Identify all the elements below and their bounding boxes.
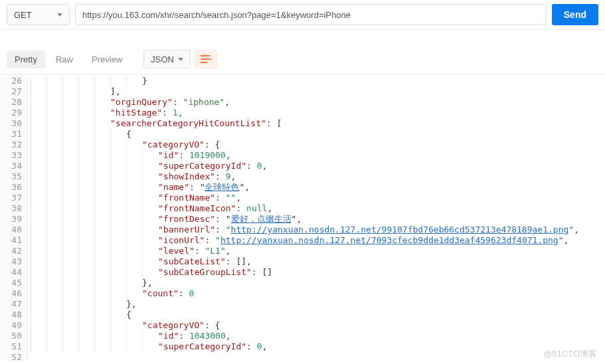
line-number: 43 — [0, 256, 22, 267]
line-number: 44 — [0, 267, 22, 278]
line-number: 35 — [0, 171, 22, 182]
line-number: 51 — [0, 341, 22, 352]
line-number: 29 — [0, 108, 22, 118]
send-button[interactable]: Send — [552, 4, 598, 25]
code-line: "id": 1019000, — [31, 150, 605, 161]
url-input[interactable] — [75, 4, 547, 25]
code-line: "searcherCategoryHitCountList": [ — [31, 118, 605, 129]
response-tabs: Pretty Raw Preview JSON — [0, 43, 605, 74]
chevron-down-icon — [178, 58, 183, 61]
line-number: 48 — [0, 310, 22, 320]
line-number: 32 — [0, 139, 22, 150]
line-number: 27 — [0, 86, 22, 97]
code-line: } — [31, 76, 605, 86]
line-number: 31 — [0, 129, 22, 139]
line-number: 45 — [0, 278, 22, 288]
wrap-lines-icon — [201, 55, 211, 63]
code-line: "bannerUrl": "http://yanxuan.nosdn.127.n… — [31, 225, 605, 235]
code-line: "superCategoryId": 0, — [31, 341, 605, 352]
code-line: ], — [31, 86, 605, 97]
method-value: GET — [14, 10, 32, 20]
line-number: 40 — [0, 225, 22, 235]
code-line: "frontDesc": "爱好，点缀生活", — [31, 214, 605, 225]
line-number: 50 — [0, 331, 22, 341]
line-number: 34 — [0, 161, 22, 171]
code-line: }, — [31, 278, 605, 288]
code-content[interactable]: }],"orginQuery": "iphone","hitStage": 1,… — [28, 74, 605, 361]
line-gutter: 2627282930313233343536373839404142434445… — [0, 74, 28, 361]
code-line: { — [31, 129, 605, 139]
code-line: "superCategoryId": 0, — [31, 161, 605, 171]
line-number: 41 — [0, 235, 22, 246]
line-number: 30 — [0, 118, 22, 129]
format-value: JSON — [151, 54, 174, 64]
line-number: 33 — [0, 150, 22, 161]
chevron-down-icon — [57, 13, 62, 17]
code-line: "hitStage": 1, — [31, 108, 605, 118]
tab-preview[interactable]: Preview — [84, 50, 130, 68]
tab-pretty[interactable]: Pretty — [7, 50, 45, 68]
code-line: }, — [31, 299, 605, 310]
format-select[interactable]: JSON — [143, 50, 191, 68]
code-line: "id": 1043000, — [31, 331, 605, 341]
line-number: 42 — [0, 246, 22, 256]
code-line: "categoryVO": { — [31, 320, 605, 331]
code-line: "count": 0 — [31, 288, 605, 299]
code-line: "subCateList": [], — [31, 256, 605, 267]
line-number: 26 — [0, 76, 22, 86]
code-line: "level": "L1", — [31, 246, 605, 256]
line-number: 52 — [0, 352, 22, 361]
code-line: "orginQuery": "iphone", — [31, 97, 605, 108]
line-number: 36 — [0, 182, 22, 193]
tab-raw[interactable]: Raw — [48, 50, 81, 68]
code-line: "name": "全球特色", — [31, 182, 605, 193]
code-line: "frontName": "", — [31, 193, 605, 203]
code-line: { — [31, 310, 605, 320]
request-bar: GET Send — [0, 0, 605, 30]
wrap-lines-button[interactable] — [195, 50, 217, 68]
code-line: "subCateGroupList": [] — [31, 267, 605, 278]
response-body: 2627282930313233343536373839404142434445… — [0, 74, 605, 361]
code-line: "frontNameIcon": null, — [31, 203, 605, 214]
line-number: 39 — [0, 214, 22, 225]
line-number: 47 — [0, 299, 22, 310]
format-group: JSON — [143, 50, 217, 68]
line-number: 46 — [0, 288, 22, 299]
line-number: 38 — [0, 203, 22, 214]
line-number: 49 — [0, 320, 22, 331]
code-line: "categoryVO": { — [31, 139, 605, 150]
code-line: "iconUrl": "http://yanxuan.nosdn.127.net… — [31, 235, 605, 246]
method-select[interactable]: GET — [7, 4, 70, 25]
line-number: 28 — [0, 97, 22, 108]
line-number: 37 — [0, 193, 22, 203]
code-line: "showIndex": 9, — [31, 171, 605, 182]
